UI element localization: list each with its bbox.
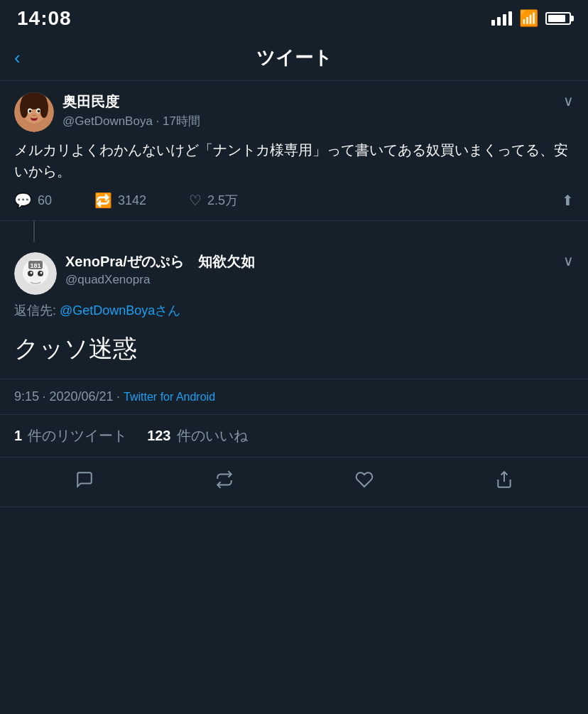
svg-point-18 xyxy=(40,272,43,274)
retweet-button[interactable] xyxy=(215,470,234,494)
reply-to-link[interactable]: @GetDownBoyaさん xyxy=(60,303,180,318)
like-stat-label: 件のいいね xyxy=(177,426,248,445)
signal-icon xyxy=(491,11,512,26)
svg-point-8 xyxy=(38,110,40,113)
tweet-date: 2020/06/21 xyxy=(50,389,114,404)
battery-icon xyxy=(545,12,571,25)
reply-handle: @quadXenopra xyxy=(65,273,255,287)
thread-connector xyxy=(0,221,588,242)
original-tweet-text: メルカリよくわかんないけど「ナントカ様専用」って書いてある奴買いまくってる、安い… xyxy=(14,139,574,182)
tweet-separator2: · xyxy=(116,389,124,404)
tweet-actions: 💬 60 🔁 3142 ♡ 2.5万 ⬆ xyxy=(14,192,574,209)
heart-icon: ♡ xyxy=(189,192,202,209)
svg-point-3 xyxy=(20,98,28,118)
tweet-stats: 1 件のリツイート 123 件のいいね xyxy=(0,415,588,458)
status-time: 14:08 xyxy=(17,7,72,30)
retweet-icon: 🔁 xyxy=(94,192,112,209)
like-stat-count: 123 xyxy=(147,428,170,444)
like-button[interactable] xyxy=(355,470,374,494)
retweet-stat-label: 件のリツイート xyxy=(28,426,127,445)
wifi-icon: 📶 xyxy=(519,9,538,28)
tweet-separator1: · xyxy=(43,389,50,404)
svg-text:181: 181 xyxy=(30,262,40,269)
thread-line-col xyxy=(14,221,54,242)
user-name-block: 奥田民度 @GetDownBoya · 17時間 xyxy=(62,92,200,129)
share-icon[interactable]: ⬆ xyxy=(562,192,574,209)
tweet-container: 奥田民度 @GetDownBoya · 17時間 ∨ メルカリよくわかんないけど… xyxy=(0,81,588,507)
status-bar: 14:08 📶 xyxy=(0,0,588,36)
avatar-okuda xyxy=(14,92,54,132)
reply-icon: 💬 xyxy=(14,192,32,209)
original-tweet: 奥田民度 @GetDownBoya · 17時間 ∨ メルカリよくわかんないけど… xyxy=(0,81,588,221)
svg-point-10 xyxy=(31,116,38,119)
reply-user-row: 181 XenoPra/ぜのぷら 知欲欠如 @quadXenopra xyxy=(14,252,574,295)
reply-action[interactable]: 💬 60 xyxy=(14,192,52,209)
tweet-meta: 9:15 · 2020/06/21 · Twitter for Android xyxy=(0,379,588,415)
reply-name-row: XenoPra/ぜのぷら 知欲欠如 @quadXenopra ∨ xyxy=(65,252,574,287)
avatar-xeno: 181 xyxy=(14,252,57,295)
like-count: 2.5万 xyxy=(207,192,238,209)
tweet-time: 9:15 xyxy=(14,389,39,404)
original-display-name: 奥田民度 xyxy=(62,92,200,112)
reply-text: クッソ迷惑 xyxy=(0,319,588,379)
retweet-count: 3142 xyxy=(118,193,146,208)
svg-point-4 xyxy=(40,98,48,118)
thread-line xyxy=(33,221,35,242)
bottom-actions xyxy=(0,458,588,507)
reply-chevron[interactable]: ∨ xyxy=(563,252,574,269)
original-handle-time: @GetDownBoya · 17時間 xyxy=(62,113,200,129)
status-icons: 📶 xyxy=(491,9,571,28)
chevron-icon[interactable]: ∨ xyxy=(563,92,574,109)
reply-display-name: XenoPra/ぜのぷら 知欲欠如 xyxy=(65,252,255,271)
reply-user-info: XenoPra/ぜのぷら 知欲欠如 @quadXenopra ∨ xyxy=(65,252,574,287)
tweet-client[interactable]: Twitter for Android xyxy=(124,391,215,403)
page-title: ツイート xyxy=(256,45,332,70)
tweet-user-row: 奥田民度 @GetDownBoya · 17時間 ∨ xyxy=(62,92,574,129)
retweet-action[interactable]: 🔁 3142 xyxy=(94,192,146,209)
svg-point-17 xyxy=(31,272,33,274)
reply-count: 60 xyxy=(38,193,52,208)
retweet-stat-count: 1 xyxy=(14,428,22,444)
share-button[interactable] xyxy=(495,470,513,494)
svg-point-7 xyxy=(29,110,32,113)
reply-button[interactable] xyxy=(75,470,94,494)
back-button[interactable]: ‹ xyxy=(14,47,21,69)
reply-tweet: 181 XenoPra/ぜのぷら 知欲欠如 @quadXenopra xyxy=(0,242,588,295)
tweet-user-info: 奥田民度 @GetDownBoya · 17時間 ∨ xyxy=(62,92,574,129)
like-action[interactable]: ♡ 2.5万 xyxy=(189,192,238,209)
reply-name-block: XenoPra/ぜのぷら 知欲欠如 @quadXenopra xyxy=(65,252,255,287)
tweet-header-row: 奥田民度 @GetDownBoya · 17時間 ∨ xyxy=(14,92,574,132)
svg-point-19 xyxy=(31,276,40,281)
tweet-header: ‹ ツイート xyxy=(0,36,588,81)
reply-to: 返信先: @GetDownBoyaさん xyxy=(0,295,588,319)
